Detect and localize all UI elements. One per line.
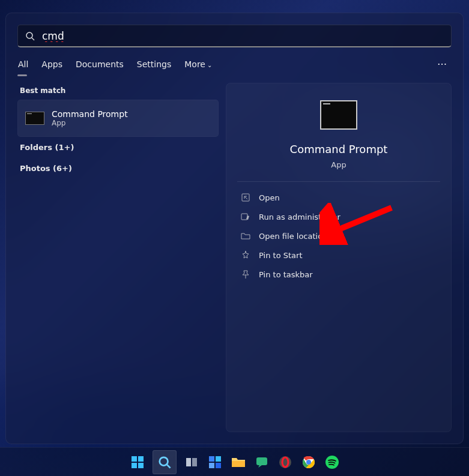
command-prompt-icon [25, 112, 44, 125]
svg-rect-18 [216, 463, 221, 468]
tab-more[interactable]: More⌄ [184, 59, 212, 69]
best-match-label: Best match [20, 86, 219, 95]
svg-rect-15 [209, 456, 214, 462]
command-prompt-icon [320, 100, 357, 130]
task-view-icon [184, 455, 199, 469]
chat-icon [255, 455, 269, 469]
svg-line-1 [32, 38, 34, 40]
app-spotify-button[interactable] [324, 454, 340, 471]
svg-point-11 [159, 457, 168, 465]
search-box[interactable] [17, 25, 452, 47]
windows-icon [130, 455, 145, 469]
svg-rect-8 [138, 456, 144, 462]
search-icon [25, 31, 35, 41]
svg-line-12 [167, 465, 171, 468]
action-pin-to-start[interactable]: Pin to Start [237, 246, 440, 265]
action-open-file-location[interactable]: Open file location [237, 226, 440, 246]
action-label: Open [259, 193, 280, 202]
search-input[interactable] [42, 30, 444, 42]
tab-apps[interactable]: Apps [41, 59, 62, 69]
opera-icon [278, 455, 292, 469]
search-button[interactable] [153, 450, 177, 474]
spotify-icon [325, 455, 339, 469]
action-label: Pin to Start [259, 251, 302, 260]
result-title: Command Prompt [52, 109, 128, 119]
svg-point-24 [306, 460, 311, 465]
task-view-button[interactable] [183, 454, 200, 471]
tab-documents[interactable]: Documents [76, 59, 124, 69]
action-open[interactable]: Open [237, 188, 440, 207]
tab-row: All Apps Documents Settings More⌄ ⋯ [6, 47, 463, 76]
widgets-icon [208, 455, 222, 469]
tab-settings[interactable]: Settings [137, 59, 171, 69]
tab-options-button[interactable]: ⋯ [437, 58, 451, 70]
preview-title: Command Prompt [290, 143, 388, 155]
action-pin-to-taskbar[interactable]: Pin to taskbar [237, 265, 440, 284]
svg-rect-17 [209, 463, 214, 468]
chevron-down-icon: ⌄ [207, 62, 212, 68]
category-photos[interactable]: Photos (6+) [17, 158, 219, 179]
widgets-button[interactable] [207, 454, 223, 471]
svg-rect-10 [138, 463, 144, 468]
category-folders[interactable]: Folders (1+) [17, 137, 219, 158]
svg-rect-16 [216, 456, 221, 462]
divider [237, 181, 440, 182]
action-run-as-admin[interactable]: Run as administrator [237, 207, 440, 226]
svg-rect-20 [256, 457, 267, 465]
action-label: Pin to taskbar [259, 270, 313, 279]
action-label: Run as administrator [259, 212, 340, 221]
action-label: Open file location [259, 232, 327, 241]
open-icon [241, 193, 250, 202]
start-menu: All Apps Documents Settings More⌄ ⋯ Best… [5, 13, 464, 444]
chat-button[interactable] [253, 454, 270, 471]
svg-rect-14 [192, 458, 197, 466]
pin-taskbar-icon [241, 270, 250, 279]
start-button[interactable] [129, 454, 146, 471]
results-column: Best match Command Prompt App Folders (1… [17, 83, 219, 432]
folder-icon [231, 456, 246, 468]
best-match-result[interactable]: Command Prompt App [17, 100, 219, 137]
svg-point-0 [26, 32, 32, 38]
tab-all[interactable]: All [18, 59, 28, 69]
file-explorer-button[interactable] [230, 454, 247, 471]
svg-rect-19 [232, 461, 245, 467]
folder-icon [241, 231, 250, 241]
svg-rect-7 [132, 456, 137, 462]
preview-subtitle: App [331, 160, 346, 169]
pin-start-icon [241, 250, 250, 260]
svg-rect-9 [132, 463, 137, 468]
taskbar [0, 447, 469, 476]
app-chrome-button[interactable] [300, 454, 317, 471]
search-icon [158, 456, 171, 469]
svg-rect-13 [186, 458, 191, 466]
admin-icon [241, 212, 250, 221]
preview-pane: Command Prompt App Open Run as administr… [226, 83, 452, 432]
chrome-icon [301, 455, 316, 469]
app-opera-button[interactable] [277, 454, 294, 471]
result-subtitle: App [52, 119, 128, 127]
